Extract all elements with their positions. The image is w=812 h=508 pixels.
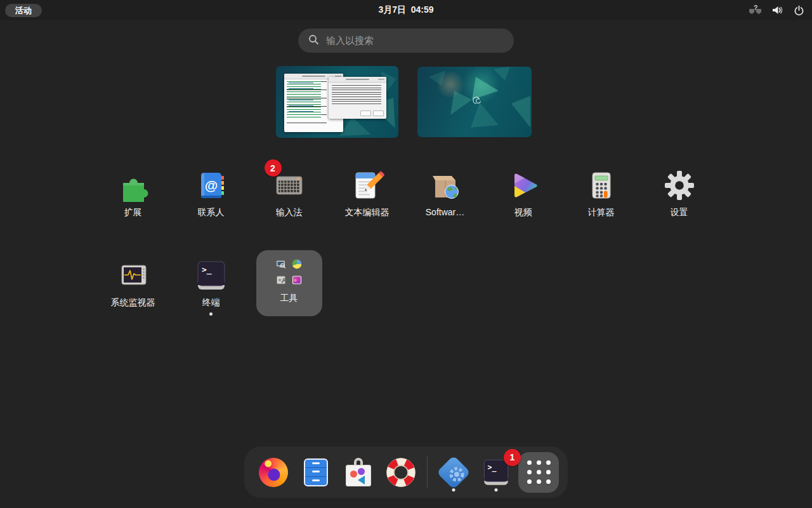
- dock-software[interactable]: [338, 452, 379, 493]
- workspace-thumbnail-1[interactable]: [276, 66, 398, 138]
- app-label: 计算器: [588, 207, 615, 218]
- app-label: 文本编辑器: [345, 207, 390, 218]
- files-icon: [304, 458, 328, 486]
- app-text-editor: 文本编辑器: [328, 168, 406, 218]
- app-label: Softwar…: [426, 207, 464, 217]
- dash-dock: 1 >_: [244, 446, 568, 498]
- search-input[interactable]: 输入以搜索: [298, 29, 514, 53]
- dock-separator: [427, 457, 428, 488]
- help-icon: [386, 457, 416, 488]
- app-contacts: @ 联系人: [172, 168, 250, 218]
- notification-badge: 2: [265, 159, 282, 177]
- network-question-icon[interactable]: ?: [747, 2, 764, 18]
- app-terminal: >_ 终端: [172, 250, 250, 316]
- dock-show-apps[interactable]: [518, 452, 559, 493]
- folder-tools[interactable]: 工具: [256, 250, 322, 316]
- app-software: Softwar…: [406, 168, 484, 218]
- app-calculator: 计算器: [562, 168, 640, 218]
- dialog-window-preview[interactable]: [329, 77, 386, 119]
- app-label: 扩展: [124, 207, 142, 218]
- dock-files[interactable]: [296, 452, 336, 493]
- volume-icon[interactable]: [769, 2, 785, 18]
- software-store-icon: [346, 465, 371, 486]
- videos-icon[interactable]: [506, 168, 541, 203]
- app-label: 终端: [202, 297, 220, 309]
- fcitx-config-icon: [436, 455, 471, 490]
- search-icon: [308, 34, 319, 48]
- text-editor-icon[interactable]: [350, 168, 385, 203]
- app-label: 视频: [514, 207, 532, 218]
- power-icon[interactable]: [790, 2, 807, 18]
- disk-utility-icon: [275, 274, 287, 286]
- firefox-icon: [259, 458, 288, 487]
- system-status-area: ?: [747, 0, 807, 20]
- app-label: 联系人: [198, 207, 225, 218]
- extensions-icon[interactable]: [115, 168, 151, 203]
- contacts-icon[interactable]: @: [193, 168, 229, 203]
- activities-button[interactable]: 活动: [5, 4, 42, 17]
- terminal-icon[interactable]: >_: [193, 258, 229, 293]
- svg-text:>_: >_: [488, 462, 497, 472]
- svg-text:?: ?: [754, 4, 758, 11]
- app-folder-tools: 工具: [250, 250, 328, 316]
- settings-icon[interactable]: [662, 168, 697, 203]
- dock-firefox[interactable]: [253, 452, 294, 493]
- app-label: 设置: [671, 207, 688, 218]
- folder-preview-icons: [275, 258, 303, 286]
- folder-label: 工具: [280, 293, 298, 304]
- app-label: 系统监视器: [111, 297, 155, 309]
- app-extensions: 扩展: [94, 168, 172, 218]
- app-grid-row-2: 系统监视器 >_ 终端: [94, 250, 328, 316]
- log-viewer-icon: [275, 258, 287, 270]
- app-settings: 设置: [640, 168, 718, 218]
- input-method-icon[interactable]: 2: [272, 168, 307, 203]
- app-label: 输入法: [276, 207, 303, 218]
- svg-text:@: @: [204, 178, 217, 192]
- dock-help[interactable]: [381, 452, 421, 493]
- software-icon[interactable]: [428, 168, 463, 203]
- dock-terminal[interactable]: 1 >_: [476, 452, 516, 493]
- workspace-thumbnail-2[interactable]: [417, 67, 532, 137]
- running-indicator: [209, 312, 213, 316]
- app-system-monitor: 系统监视器: [94, 250, 172, 316]
- running-indicator: [452, 488, 455, 491]
- gnome-activities-overview: 活动 3月7日 04:59 ?: [0, 0, 812, 508]
- top-bar: 活动 3月7日 04:59 ?: [0, 0, 812, 20]
- clock-calendar[interactable]: 3月7日 04:59: [0, 0, 812, 20]
- calculator-icon[interactable]: [584, 168, 619, 203]
- app-grid-row-1: 扩展 @ 联系人 2: [94, 168, 718, 218]
- notification-badge: 1: [504, 449, 521, 466]
- search-placeholder: 输入以搜索: [326, 35, 374, 47]
- image-viewer-icon: [291, 274, 303, 286]
- show-apps-icon: [518, 452, 559, 493]
- running-indicator: [495, 488, 498, 491]
- app-videos: 视频: [484, 168, 562, 218]
- svg-text:>_: >_: [202, 265, 212, 275]
- app-input-method: 2 输入法: [250, 168, 328, 218]
- system-monitor-icon[interactable]: [115, 258, 151, 293]
- disk-usage-analyzer-icon: [291, 258, 303, 270]
- dock-fcitx-config[interactable]: [433, 452, 474, 493]
